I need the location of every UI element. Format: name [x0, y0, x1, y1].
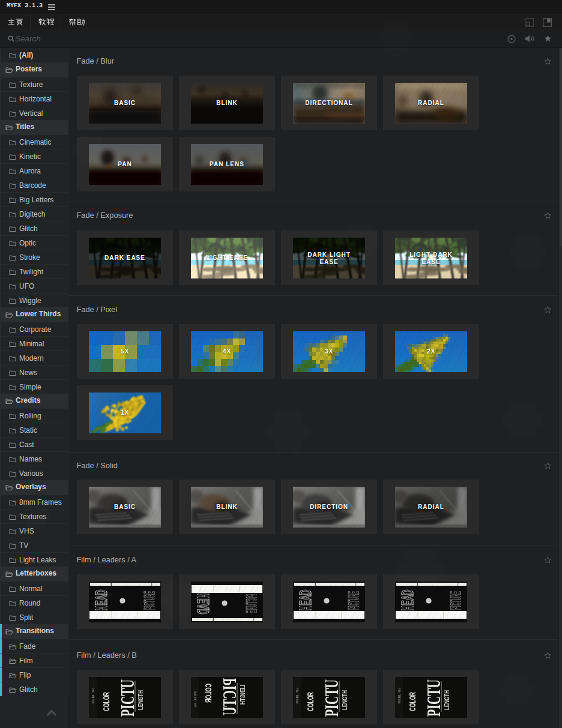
svg-text:REEL No: REEL No [295, 687, 299, 703]
svg-text:PICTU: PICTU [116, 679, 138, 717]
svg-text:LENGTH: LENGTH [240, 685, 246, 705]
svg-text:COLOR: COLOR [407, 692, 417, 711]
svg-text:LENGTH: LENGTH [342, 690, 348, 710]
svg-text:REEL No: REEL No [397, 687, 401, 703]
svg-text:REEL No: REEL No [91, 687, 95, 703]
svg-text:PICTU: PICTU [423, 679, 444, 717]
svg-text:PICTU: PICTU [321, 679, 342, 717]
svg-text:LENGTH: LENGTH [137, 690, 144, 710]
svg-text:COLOR: COLOR [305, 692, 315, 711]
svg-text:COLOR: COLOR [101, 692, 111, 711]
svg-text:COLOR: COLOR [203, 684, 213, 703]
svg-text:REEL No: REEL No [193, 691, 197, 708]
svg-text:PICTU: PICTU [219, 678, 240, 715]
svg-text:LENGTH: LENGTH [444, 690, 450, 710]
